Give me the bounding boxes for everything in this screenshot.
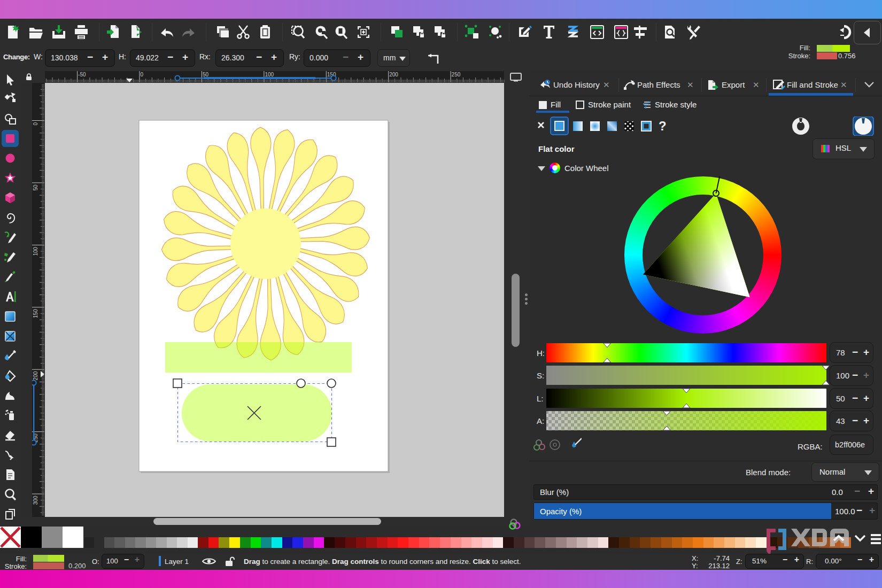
svg-text:50: 50 [203,72,209,78]
svg-text:200: 200 [389,72,398,78]
svg-text:-50: -50 [78,72,86,78]
svg-text:250: 250 [452,72,461,78]
svg-text:0: 0 [33,122,38,126]
svg-text:S:: S: [537,371,544,380]
svg-text:?: ? [659,119,667,133]
svg-text:150: 150 [33,309,38,318]
svg-text:0: 0 [141,72,144,78]
svg-text:50: 50 [33,184,38,191]
svg-text:A:: A: [537,416,544,425]
svg-text:100: 100 [265,72,274,78]
svg-text:300: 300 [33,496,38,505]
svg-text:H:: H: [537,349,545,358]
svg-text:100: 100 [33,246,38,256]
svg-text:200: 200 [33,371,38,380]
svg-text:L:: L: [537,394,544,403]
